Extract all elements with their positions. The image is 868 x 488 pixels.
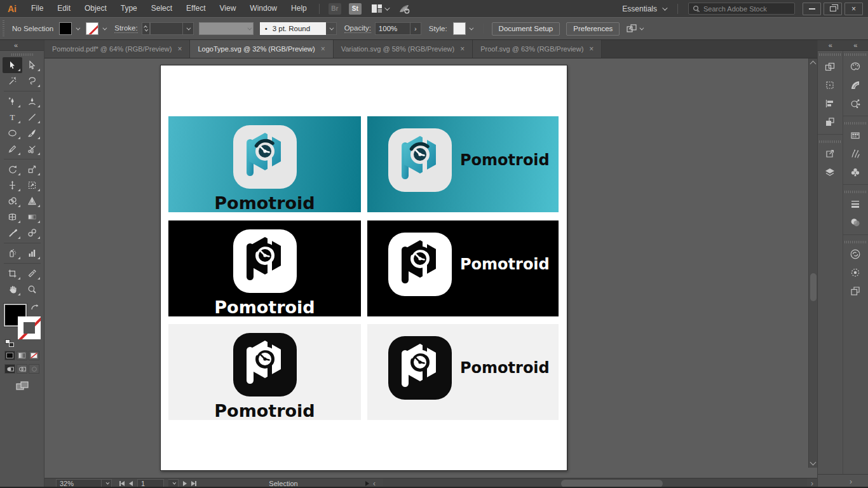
scroll-down-icon[interactable] [810, 459, 817, 466]
line-segment-tool[interactable] [22, 109, 42, 125]
tab-close-icon[interactable]: × [589, 44, 593, 53]
stroke-weight-dropdown[interactable] [183, 22, 194, 35]
none-mode-button[interactable] [29, 351, 39, 360]
fill-color-control[interactable] [59, 22, 82, 35]
width-profile-dropdown[interactable] [199, 22, 254, 35]
vertical-scroll-thumb[interactable] [810, 273, 817, 301]
perspective-grid-tool[interactable] [22, 193, 42, 209]
brush-definition-dropdown[interactable]: • 3 pt. Round [260, 22, 326, 35]
workspace-layout-chevron-icon[interactable] [384, 5, 390, 10]
pomotroid-logo-tile[interactable] [388, 128, 452, 192]
draw-inside-button[interactable] [29, 364, 39, 374]
default-fill-stroke-icon[interactable] [5, 339, 14, 347]
restore-button[interactable] [824, 3, 842, 15]
workspace-switcher[interactable]: Essentials [616, 4, 672, 13]
scissors-tool[interactable] [22, 141, 42, 157]
tab-close-icon[interactable]: × [321, 44, 325, 53]
hand-tool[interactable] [3, 281, 22, 297]
dock-group-grip[interactable] [844, 122, 866, 125]
draw-normal-button[interactable] [4, 364, 15, 374]
panel-align-icon[interactable] [820, 94, 840, 112]
column-graph-tool[interactable] [22, 245, 42, 261]
arrange-documents-control[interactable] [627, 24, 642, 33]
free-transform-tool[interactable] [22, 177, 42, 193]
rotate-tool[interactable] [3, 161, 22, 177]
logo-card-black-horizontal[interactable]: Pomotroid [367, 220, 559, 316]
pomotroid-wordmark[interactable]: Pomotroid [460, 255, 550, 273]
menu-edit[interactable]: Edit [50, 0, 78, 17]
dock-group-grip[interactable] [844, 241, 866, 243]
panel-symbols-icon[interactable] [845, 163, 865, 181]
magic-wand-tool[interactable] [3, 73, 22, 89]
brush-dropdown-chevron[interactable] [326, 22, 337, 35]
shaper-tool[interactable] [3, 141, 22, 157]
type-tool[interactable]: T [3, 109, 22, 125]
panel-stroke-icon[interactable] [845, 194, 865, 213]
bridge-button[interactable]: Br [329, 3, 341, 15]
lasso-tool[interactable] [22, 73, 42, 89]
scroll-up-icon[interactable] [810, 61, 817, 67]
menu-select[interactable]: Select [144, 0, 179, 17]
stroke-weight-stepper[interactable] [142, 22, 150, 35]
dock-group-grip[interactable] [819, 140, 841, 143]
stroke-weight-field[interactable] [150, 22, 183, 35]
menu-object[interactable]: Object [78, 0, 114, 17]
pomotroid-wordmark[interactable]: Pomotroid [460, 151, 550, 169]
tab-close-icon[interactable]: × [177, 44, 182, 53]
screen-mode-button[interactable] [14, 380, 31, 391]
tools-panel-grip[interactable] [11, 53, 33, 56]
pomotroid-logo-tile[interactable] [233, 229, 297, 293]
paintbrush-tool[interactable] [22, 125, 42, 141]
tab-logotype-svg[interactable]: LogoType.svg @ 32% (RGB/Preview) × [190, 40, 333, 58]
logo-card-black-stacked[interactable]: Pomotroid [168, 220, 361, 316]
style-control[interactable] [453, 22, 476, 35]
panel-transform-icon[interactable] [820, 76, 840, 94]
panel-artboards-icon[interactable] [845, 281, 865, 300]
menu-effect[interactable]: Effect [179, 0, 212, 17]
dock-group-grip[interactable] [844, 191, 866, 193]
panel-asset-export-icon[interactable] [845, 263, 865, 281]
curvature-tool[interactable] [22, 93, 42, 109]
panel-export-icon[interactable] [820, 144, 840, 163]
document-setup-button[interactable]: Document Setup [492, 22, 560, 36]
pomotroid-logo-tile[interactable] [388, 233, 452, 296]
scale-tool[interactable] [22, 161, 42, 177]
logo-card-teal-horizontal[interactable]: Pomotroid [367, 116, 559, 212]
minimize-button[interactable] [803, 3, 821, 15]
eyedropper-tool[interactable] [3, 225, 22, 241]
logo-card-teal-stacked[interactable]: Pomotroid [168, 116, 361, 212]
panel-layers-icon[interactable] [820, 163, 840, 181]
menu-window[interactable]: Window [243, 0, 284, 17]
dock-collapse-right[interactable]: « [843, 40, 868, 50]
draw-behind-button[interactable] [17, 364, 27, 374]
dock-group-grip[interactable] [844, 53, 866, 56]
menu-view[interactable]: View [213, 0, 243, 17]
menu-help[interactable]: Help [284, 0, 314, 17]
previous-artboard-button[interactable] [129, 480, 133, 487]
pomotroid-wordmark[interactable]: Pomotroid [214, 297, 315, 317]
horizontal-scroll-thumb[interactable] [561, 480, 663, 487]
gpu-performance-icon[interactable] [398, 4, 410, 14]
logo-card-light-horizontal[interactable]: Pomotroid [367, 324, 559, 420]
zoom-tool[interactable] [22, 281, 42, 297]
ellipse-tool[interactable] [3, 125, 22, 141]
menu-type[interactable]: Type [114, 0, 144, 17]
first-artboard-button[interactable] [119, 480, 125, 487]
dock-flyout-icon[interactable]: › [846, 477, 856, 486]
panel-cc-libraries-icon[interactable] [845, 245, 865, 263]
vertical-scrollbar[interactable] [808, 58, 817, 468]
panel-color-guide-icon[interactable] [845, 76, 865, 94]
menu-file[interactable]: File [24, 0, 50, 17]
panel-pathfinder-icon[interactable] [820, 112, 840, 131]
stroke-weight-label[interactable]: Stroke: [114, 24, 137, 33]
opacity-expander[interactable]: › [410, 22, 421, 35]
pomotroid-logo-tile[interactable] [233, 125, 297, 189]
close-button[interactable]: × [844, 3, 863, 15]
workspace-layout-icon[interactable] [372, 4, 382, 13]
opacity-label[interactable]: Opacity: [344, 24, 371, 33]
tab-pomotroid-pdf[interactable]: Pomotroid.pdf* @ 64% (RGB/Preview) × [44, 40, 190, 58]
panel-swatches-icon[interactable] [845, 126, 865, 144]
dock-collapse-left[interactable]: « [818, 40, 843, 50]
pomotroid-wordmark[interactable]: Pomotroid [214, 401, 315, 421]
preferences-button[interactable]: Preferences [566, 22, 620, 36]
